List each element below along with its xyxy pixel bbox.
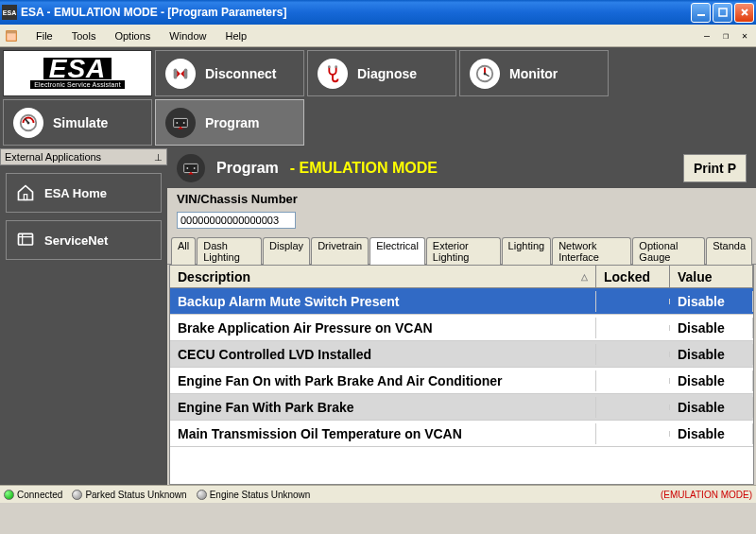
cell-locked (596, 431, 670, 437)
disconnect-label: Disconnect (205, 66, 276, 81)
cell-description: CECU Controlled LVD Installed (170, 344, 596, 365)
tab-lighting[interactable]: Lighting (502, 237, 552, 265)
logo-subtitle: Electronic Service Assistant (30, 80, 125, 89)
simulate-button[interactable]: Simulate (3, 99, 152, 146)
program-header-icon (177, 154, 205, 182)
cell-locked (596, 405, 670, 410)
table-row[interactable]: Engine Fan With Park BrakeDisable (170, 394, 753, 421)
menu-tools[interactable]: Tools (62, 28, 106, 43)
led-green-icon (4, 490, 14, 500)
tab-electrical[interactable]: Electrical (369, 237, 425, 265)
table-row[interactable]: Backup Alarm Mute Switch PresentDisable (170, 288, 753, 315)
cell-value: Disable (670, 397, 753, 418)
tab-standa[interactable]: Standa (706, 237, 752, 265)
logo: ESA Electronic Service Assistant (3, 50, 152, 96)
svg-point-19 (194, 167, 196, 169)
table-row[interactable]: CECU Controlled LVD InstalledDisable (170, 341, 753, 368)
column-value[interactable]: Value (670, 266, 753, 287)
cell-value: Disable (670, 423, 753, 444)
cell-description: Engine Fan On with Park Brake And Air Co… (170, 370, 596, 391)
close-button[interactable] (734, 3, 754, 23)
monitor-button[interactable]: Monitor (459, 50, 609, 96)
home-icon (16, 183, 35, 202)
mdi-controls: – ❐ ✕ (699, 29, 752, 43)
cell-description: Brake Application Air Pressure on VCAN (170, 318, 596, 338)
mdi-restore-button[interactable]: ❐ (718, 29, 733, 43)
mdi-close-button[interactable]: ✕ (737, 29, 752, 43)
window-controls (691, 3, 754, 23)
sidebar-item-servicenet[interactable]: ServiceNet (6, 220, 162, 260)
simulate-label: Simulate (53, 115, 108, 130)
svg-rect-4 (174, 68, 178, 78)
cell-value: Disable (670, 344, 753, 365)
toolbar: ESA Electronic Service Assistant Disconn… (0, 47, 756, 148)
table-header: Description △ Locked Value (170, 266, 753, 288)
print-button[interactable]: Print P (683, 154, 747, 182)
app-icon: ESA (2, 5, 17, 20)
maximize-button[interactable] (713, 3, 732, 23)
column-description[interactable]: Description △ (170, 266, 596, 287)
sidebar-item-home[interactable]: ESA Home (6, 173, 162, 213)
cell-description: Engine Fan With Park Brake (170, 397, 596, 418)
menu-help[interactable]: Help (215, 28, 256, 43)
table-row[interactable]: Brake Application Air Pressure on VCANDi… (170, 315, 753, 341)
cell-value: Disable (670, 291, 753, 312)
svg-rect-1 (719, 9, 727, 16)
content-title: Program (216, 160, 279, 177)
led-gray-icon (197, 490, 207, 500)
program-button[interactable]: Program (155, 99, 304, 146)
menubar: File Tools Options Window Help – ❐ ✕ (0, 25, 756, 47)
home-label: ESA Home (44, 186, 107, 200)
cell-locked (596, 378, 670, 384)
content-header: Program - EMULATION MODE Print P (167, 148, 756, 188)
table-row[interactable]: Main Transmission Oil Temperature on VCA… (170, 421, 753, 447)
tab-dash-lighting[interactable]: Dash Lighting (197, 237, 262, 265)
svg-rect-3 (7, 30, 17, 33)
vin-label: VIN/Chassis Number (177, 192, 747, 206)
status-engine: Engine Status Unknown (197, 490, 311, 500)
table-body[interactable]: Backup Alarm Mute Switch PresentDisableB… (170, 288, 753, 461)
program-label: Program (205, 115, 260, 130)
sort-asc-icon: △ (581, 272, 588, 282)
svg-point-13 (176, 122, 178, 124)
svg-rect-16 (19, 233, 33, 245)
cell-value: Disable (670, 370, 753, 391)
menu-window[interactable]: Window (160, 28, 215, 43)
led-gray-icon (72, 490, 82, 500)
simulate-icon (13, 108, 43, 138)
disconnect-icon (165, 59, 196, 89)
cell-description: Backup Alarm Mute Switch Present (170, 291, 596, 312)
tab-drivetrain[interactable]: Drivetrain (311, 237, 369, 265)
cell-locked (596, 299, 670, 304)
cell-locked (596, 325, 670, 331)
tabs: AllDash LightingDisplayDrivetrainElectri… (167, 236, 756, 265)
cell-description: Main Transmission Oil Temperature on VCA… (170, 423, 596, 444)
disconnect-button[interactable]: Disconnect (155, 50, 304, 96)
form-icon (4, 28, 19, 43)
table-row[interactable]: Engine Fan On with Park Brake And Air Co… (170, 368, 753, 394)
main-area: External Applications ⊥ ESA Home Service… (0, 148, 756, 485)
program-icon (165, 108, 196, 138)
tab-display[interactable]: Display (263, 237, 310, 265)
mdi-minimize-button[interactable]: – (699, 29, 714, 43)
svg-point-6 (328, 65, 331, 68)
diagnose-button[interactable]: Diagnose (307, 50, 456, 96)
content-mode: - EMULATION MODE (290, 160, 438, 177)
vin-input[interactable] (177, 212, 296, 229)
svg-rect-0 (697, 14, 705, 16)
pin-icon[interactable]: ⊥ (154, 152, 163, 163)
vin-area: VIN/Chassis Number (167, 188, 756, 233)
column-locked[interactable]: Locked (596, 266, 670, 287)
svg-point-11 (27, 121, 30, 124)
tab-all[interactable]: All (171, 237, 196, 265)
tab-optional-gauge[interactable]: Optional Gauge (632, 237, 705, 265)
menu-options[interactable]: Options (105, 28, 160, 43)
menu-file[interactable]: File (26, 28, 62, 43)
tab-exterior-lighting[interactable]: Exterior Lighting (426, 237, 501, 265)
sidebar: External Applications ⊥ ESA Home Service… (0, 148, 167, 485)
status-connected: Connected (4, 490, 62, 500)
monitor-icon (470, 59, 500, 89)
minimize-button[interactable] (691, 3, 711, 23)
tab-network-interface[interactable]: Network Interface (552, 237, 631, 265)
parameter-table: Description △ Locked Value Backup Alarm … (169, 265, 754, 485)
